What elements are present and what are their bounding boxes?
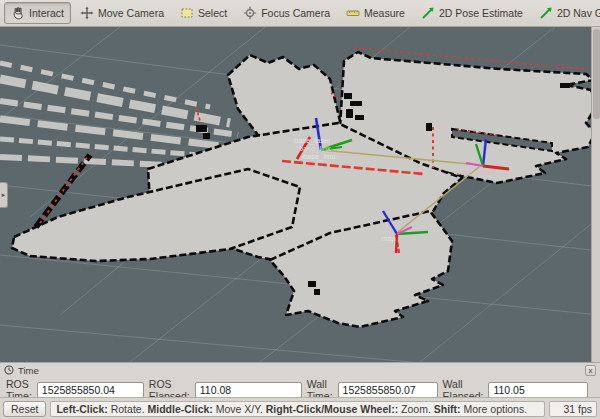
- tool-move-camera[interactable]: Move Camera: [73, 2, 171, 24]
- tool-focus-camera[interactable]: Focus Camera: [236, 2, 337, 24]
- render-view-3d[interactable]: base_laser base_link base_imu base_odom …: [0, 27, 600, 362]
- nav-goal-arrow-icon: [539, 6, 553, 20]
- tool-label: Measure: [364, 7, 405, 19]
- wall-elapsed-input[interactable]: [488, 382, 588, 398]
- ros-time-input[interactable]: [37, 382, 144, 398]
- map-scene: base_laser base_link base_imu base_odom …: [0, 27, 600, 362]
- frame-label-base-odom: base_odom: [456, 168, 495, 177]
- toolbar: Interact Move Camera Select Focus Camera: [0, 0, 600, 27]
- tool-2d-nav-goal[interactable]: 2D Nav Goal: [532, 2, 600, 24]
- measure-icon: [346, 6, 360, 20]
- reset-button[interactable]: Reset: [3, 401, 46, 417]
- scrollbar-handle[interactable]: [593, 29, 600, 119]
- tool-select[interactable]: Select: [173, 2, 234, 24]
- panel-collapse-tab[interactable]: ▸: [0, 182, 8, 208]
- hand-icon: [11, 6, 25, 20]
- time-panel-header: Time x: [0, 363, 600, 376]
- frame-label-map: map: [381, 234, 396, 243]
- tool-measure[interactable]: Measure: [339, 2, 412, 24]
- tool-label: Move Camera: [98, 7, 164, 19]
- pose-estimate-arrow-icon: [421, 6, 435, 20]
- move-camera-icon: [80, 6, 94, 20]
- tool-label: 2D Pose Estimate: [439, 7, 523, 19]
- tool-label: 2D Nav Goal: [557, 7, 600, 19]
- status-bar: Reset Left-Click: Rotate. Middle-Click: …: [0, 397, 600, 419]
- wall-time-input[interactable]: [338, 382, 438, 398]
- tool-interact[interactable]: Interact: [4, 2, 71, 24]
- tool-2d-pose-estimate[interactable]: 2D Pose Estimate: [414, 2, 530, 24]
- tool-label: Interact: [29, 7, 64, 19]
- time-panel: Time x ROS Time: ROS Elapsed: Wall Time:…: [0, 362, 600, 397]
- viewport-scrollbar[interactable]: [591, 27, 600, 362]
- fps-counter: 31 fps: [549, 401, 597, 417]
- time-panel-title: Time: [18, 365, 39, 376]
- tool-label: Focus Camera: [261, 7, 330, 19]
- chevron-right-icon: ▸: [2, 191, 6, 199]
- select-icon: [180, 6, 194, 20]
- time-panel-close-button[interactable]: x: [585, 365, 596, 376]
- clock-icon: [4, 365, 14, 376]
- mouse-help-text: Left-Click: Rotate. Middle-Click: Move X…: [50, 401, 545, 417]
- tool-label: Select: [198, 7, 227, 19]
- ros-elapsed-input[interactable]: [195, 382, 302, 398]
- frame-label-base-imu: base_imu: [303, 152, 336, 161]
- focus-camera-icon: [243, 6, 257, 20]
